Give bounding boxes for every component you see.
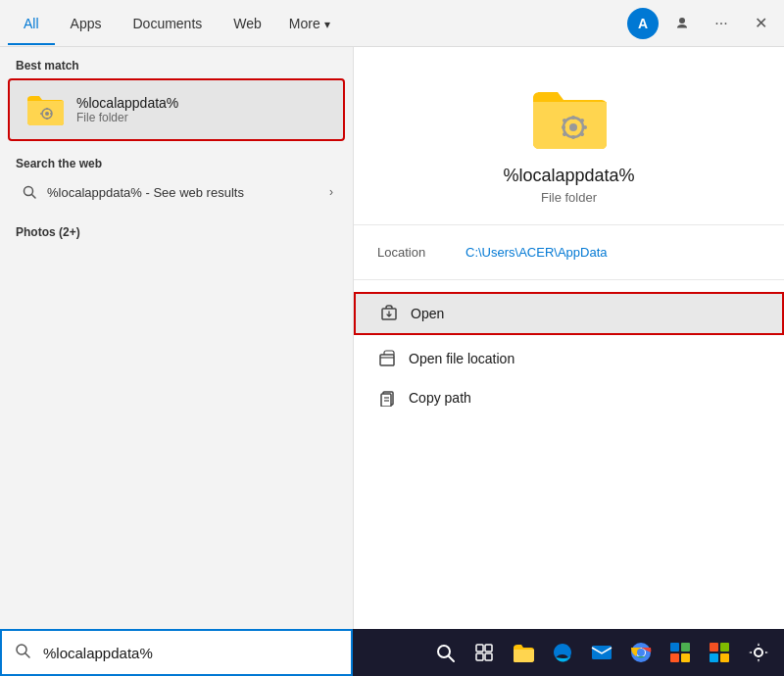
svg-rect-11 <box>571 135 575 139</box>
tab-bar: All Apps Documents Web More A ··· ✕ <box>0 0 784 47</box>
best-match-info: %localappdata% File folder <box>76 95 178 124</box>
location-value[interactable]: C:\Users\ACER\AppData <box>466 245 608 260</box>
svg-rect-2 <box>46 108 48 110</box>
taskbar-right <box>353 635 784 670</box>
svg-rect-10 <box>571 116 575 120</box>
details-area: Location C:\Users\ACER\AppData <box>354 225 784 280</box>
copy-path-action[interactable]: Copy path <box>354 378 784 417</box>
preview-type: File folder <box>541 190 597 205</box>
svg-rect-41 <box>720 643 729 652</box>
svg-rect-37 <box>681 643 690 652</box>
tab-apps[interactable]: Apps <box>55 2 118 45</box>
open-file-location-label: Open file location <box>409 351 514 366</box>
copy-path-icon <box>377 388 397 408</box>
photos-section: Photos (2+) <box>0 217 353 251</box>
open-action-wrapper: Open <box>354 292 784 335</box>
svg-rect-39 <box>681 653 690 662</box>
svg-rect-40 <box>710 643 718 652</box>
tab-more[interactable]: More <box>277 2 342 45</box>
copy-path-label: Copy path <box>409 390 471 406</box>
web-search-query: %localappdata% - See web results <box>47 185 321 200</box>
svg-point-44 <box>755 649 762 656</box>
best-match-name: %localappdata% <box>76 95 178 111</box>
svg-line-27 <box>449 656 454 661</box>
tab-bar-right: A ··· ✕ <box>627 8 776 39</box>
svg-rect-13 <box>562 125 565 129</box>
tab-documents[interactable]: Documents <box>117 2 218 45</box>
web-search-item[interactable]: %localappdata% - See web results › <box>16 174 337 210</box>
open-action[interactable]: Open <box>356 294 782 333</box>
taskbar-store-button[interactable] <box>662 635 698 670</box>
svg-point-1 <box>45 112 49 116</box>
svg-rect-5 <box>40 113 42 115</box>
best-match-item[interactable]: %localappdata% File folder <box>8 78 345 141</box>
svg-rect-3 <box>46 118 48 120</box>
svg-line-25 <box>25 653 29 657</box>
actions-area: Open Open file location <box>354 280 784 425</box>
open-label: Open <box>411 306 444 321</box>
svg-rect-29 <box>485 645 492 652</box>
svg-rect-28 <box>476 645 483 652</box>
content-area: Best match <box>0 47 784 676</box>
person-icon[interactable] <box>666 8 698 39</box>
close-button[interactable]: ✕ <box>745 8 776 39</box>
svg-rect-43 <box>720 653 729 662</box>
taskbar-search-button[interactable] <box>427 635 463 670</box>
svg-rect-36 <box>670 643 679 652</box>
taskbar-chrome-button[interactable] <box>623 635 659 670</box>
svg-rect-38 <box>670 653 679 662</box>
preview-area: %localappdata% File folder <box>354 47 784 225</box>
search-box-area <box>0 629 353 676</box>
avatar[interactable]: A <box>627 8 659 39</box>
svg-line-7 <box>32 195 36 199</box>
location-label: Location <box>377 245 466 260</box>
folder-icon <box>25 90 65 129</box>
right-panel: %localappdata% File folder Location C:\U… <box>353 47 784 676</box>
taskbar <box>0 629 784 676</box>
chevron-down-icon <box>324 16 330 31</box>
best-match-label: Best match <box>0 47 353 78</box>
preview-name: %localappdata% <box>503 166 634 186</box>
svg-rect-19 <box>380 355 394 365</box>
left-panel: Best match <box>0 47 353 676</box>
more-options-button[interactable]: ··· <box>706 8 737 39</box>
best-match-type: File folder <box>76 111 178 124</box>
search-input[interactable] <box>43 645 351 661</box>
open-file-location-action[interactable]: Open file location <box>354 339 784 378</box>
svg-rect-42 <box>710 653 718 662</box>
location-row: Location C:\Users\ACER\AppData <box>377 241 760 264</box>
open-file-location-icon <box>377 349 397 368</box>
large-folder-icon <box>530 86 609 150</box>
svg-rect-4 <box>50 113 52 115</box>
search-icon <box>20 182 39 202</box>
open-icon <box>379 304 399 323</box>
tab-web[interactable]: Web <box>218 2 277 45</box>
svg-point-26 <box>438 646 450 657</box>
web-search-label: Search the web <box>16 149 337 174</box>
svg-rect-31 <box>485 653 492 660</box>
taskbar-edge-button[interactable] <box>545 635 580 670</box>
svg-point-9 <box>569 123 577 131</box>
arrow-right-icon: › <box>329 185 333 199</box>
svg-rect-12 <box>583 125 587 129</box>
web-search-section: Search the web %localappdata% - See web … <box>0 141 353 217</box>
taskbar-settings-button[interactable] <box>741 635 776 670</box>
svg-rect-32 <box>592 646 612 659</box>
search-window: All Apps Documents Web More A ··· ✕ <box>0 0 784 676</box>
taskbar-taskview-button[interactable] <box>466 635 502 670</box>
svg-rect-30 <box>476 653 483 660</box>
taskbar-mail-button[interactable] <box>584 635 619 670</box>
taskbar-search-icon <box>2 642 43 663</box>
tab-all[interactable]: All <box>8 2 55 45</box>
photos-label: Photos (2+) <box>16 221 337 243</box>
taskbar-file-explorer-button[interactable] <box>506 635 541 670</box>
svg-point-35 <box>637 649 645 656</box>
taskbar-tiles-button[interactable] <box>702 635 737 670</box>
